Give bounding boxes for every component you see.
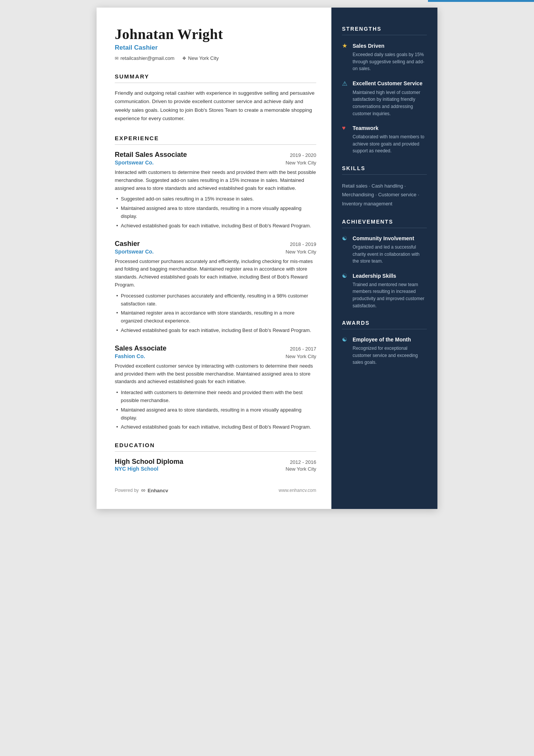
summary-section: SUMMARY Friendly and outgoing retail cas… xyxy=(115,73,316,123)
exp-company-2: Sportswear Co. xyxy=(115,249,154,255)
powered-by-text: Powered by xyxy=(115,488,139,493)
skills-divider xyxy=(342,174,427,175)
name-section: Johnatan Wright Retail Cashier xyxy=(115,26,316,52)
exp-company-1: Sportswear Co. xyxy=(115,160,154,166)
job-title: Retail Cashier xyxy=(115,44,316,52)
achievement-item-2: ☯ Leadership Skills Trained and mentored… xyxy=(342,272,427,309)
strength-desc-2: Maintained high level of customer satisf… xyxy=(342,89,427,117)
exp-entry-2: Cashier 2018 - 2019 Sportswear Co. New Y… xyxy=(115,240,316,335)
exp-company-3: Fashion Co. xyxy=(115,353,145,359)
skills-line-2: Merchandising · Customer service · xyxy=(342,192,419,197)
footer-left: Powered by ∞ Enhancv xyxy=(115,487,168,494)
experience-title: EXPERIENCE xyxy=(115,135,316,141)
strength-icon-1: ★ xyxy=(342,42,350,49)
bullet-item: Maintained assigned area to store standa… xyxy=(115,406,316,422)
strength-title-2: Excellent Customer Service xyxy=(353,80,422,86)
award-desc-1: Recognized for exceptional customer serv… xyxy=(342,345,427,366)
achievement-icon-1: ☯ xyxy=(342,235,350,242)
achievement-icon-2: ☯ xyxy=(342,272,350,279)
footer-website: www.enhancv.com xyxy=(279,488,316,493)
exp-entry-1: Retail Sales Associate 2019 - 2020 Sport… xyxy=(115,151,316,230)
exp-dates-3: 2016 - 2017 xyxy=(290,346,316,352)
bullet-item: Maintained assigned area to store standa… xyxy=(115,205,316,221)
bullet-item: Suggested add-on sales resulting in a 15… xyxy=(115,195,316,203)
education-divider xyxy=(115,451,316,452)
summary-text: Friendly and outgoing retail cashier wit… xyxy=(115,89,316,123)
exp-role-3: Sales Associate xyxy=(115,344,166,352)
edu-school-1: NYC High School xyxy=(115,466,158,472)
edu-location-1: New York City xyxy=(286,466,316,472)
bullet-item: Achieved established goals for each init… xyxy=(115,423,316,431)
experience-section: EXPERIENCE Retail Sales Associate 2019 -… xyxy=(115,135,316,431)
bullet-item: Maintained register area in accordance w… xyxy=(115,309,316,325)
resume-container: Johnatan Wright Retail Cashier ✉ retailc… xyxy=(97,8,437,509)
exp-role-1: Retail Sales Associate xyxy=(115,151,187,159)
exp-desc-2: Processed customer purchases accurately … xyxy=(115,258,316,289)
education-section: EDUCATION High School Diploma 2012 - 201… xyxy=(115,442,316,472)
skills-line-3: Inventory management xyxy=(342,201,392,207)
exp-location-1: New York City xyxy=(286,160,316,166)
exp-role-2: Cashier xyxy=(115,240,140,248)
strength-icon-2: ⚠ xyxy=(342,80,350,87)
award-title-1: Employee of the Month xyxy=(353,337,411,343)
skills-line-1: Retail sales · Cash handling · xyxy=(342,183,406,189)
exp-location-2: New York City xyxy=(286,249,316,255)
skills-text: Retail sales · Cash handling · Merchandi… xyxy=(342,182,427,208)
location-contact: ❖ New York City xyxy=(182,55,219,61)
experience-divider xyxy=(115,144,316,145)
edu-dates-1: 2012 - 2016 xyxy=(290,459,316,465)
location-icon: ❖ xyxy=(182,56,186,61)
email-icon: ✉ xyxy=(115,56,119,61)
candidate-name: Johnatan Wright xyxy=(115,26,316,42)
achievement-title-1: Community Involvement xyxy=(353,235,414,241)
strength-desc-3: Collaborated with team members to achiev… xyxy=(342,133,427,155)
bullet-item: Interacted with customers to determine t… xyxy=(115,389,316,405)
edu-entry-1: High School Diploma 2012 - 2016 NYC High… xyxy=(115,458,316,472)
email-text: retailcashier@gmail.com xyxy=(120,55,175,61)
exp-bullets-3: Interacted with customers to determine t… xyxy=(115,389,316,431)
strength-desc-1: Exceeded daily sales goals by 15% throug… xyxy=(342,51,427,72)
strength-item-2: ⚠ Excellent Customer Service Maintained … xyxy=(342,80,427,117)
exp-location-3: New York City xyxy=(286,354,316,359)
awards-title: AWARDS xyxy=(342,320,427,326)
bullet-item: Achieved established goals for each init… xyxy=(115,222,316,230)
achievement-item-1: ☯ Community Involvement Organized and le… xyxy=(342,235,427,265)
achievements-section: ACHIEVEMENTS ☯ Community Involvement Org… xyxy=(342,219,427,309)
education-title: EDUCATION xyxy=(115,442,316,448)
skills-title: SKILLS xyxy=(342,165,427,171)
left-column: Johnatan Wright Retail Cashier ✉ retailc… xyxy=(97,8,331,509)
exp-dates-2: 2018 - 2019 xyxy=(290,241,316,247)
footer: Powered by ∞ Enhancv www.enhancv.com xyxy=(115,487,316,494)
email-contact: ✉ retailcashier@gmail.com xyxy=(115,55,175,61)
strengths-section: STRENGTHS ★ Sales Driven Exceeded daily … xyxy=(342,26,427,155)
achievement-desc-2: Trained and mentored new team members re… xyxy=(342,281,427,309)
award-item-1: ☯ Employee of the Month Recognized for e… xyxy=(342,336,427,366)
edu-degree-1: High School Diploma xyxy=(115,458,183,466)
exp-bullets-1: Suggested add-on sales resulting in a 15… xyxy=(115,195,316,230)
enhancv-logo-icon: ∞ xyxy=(141,487,145,494)
strength-item-1: ★ Sales Driven Exceeded daily sales goal… xyxy=(342,42,427,72)
achievements-divider xyxy=(342,228,427,228)
achievement-desc-1: Organized and led a successful charity e… xyxy=(342,244,427,265)
strengths-title: STRENGTHS xyxy=(342,26,427,32)
strength-icon-3: ♥ xyxy=(342,125,350,131)
summary-title: SUMMARY xyxy=(115,73,316,80)
skills-section: SKILLS Retail sales · Cash handling · Me… xyxy=(342,165,427,208)
strength-item-3: ♥ Teamwork Collaborated with team member… xyxy=(342,125,427,155)
right-column: STRENGTHS ★ Sales Driven Exceeded daily … xyxy=(331,8,437,509)
achievements-title: ACHIEVEMENTS xyxy=(342,219,427,225)
strength-title-3: Teamwork xyxy=(353,125,378,131)
summary-divider xyxy=(115,83,316,83)
enhancv-brand: Enhancv xyxy=(148,488,168,493)
location-text: New York City xyxy=(188,55,219,61)
awards-divider xyxy=(342,329,427,329)
exp-dates-1: 2019 - 2020 xyxy=(290,152,316,158)
strength-title-1: Sales Driven xyxy=(353,43,384,49)
contact-row: ✉ retailcashier@gmail.com ❖ New York Cit… xyxy=(115,55,316,61)
award-icon-1: ☯ xyxy=(342,336,350,343)
bullet-item: Achieved established goals for each init… xyxy=(115,327,316,335)
achievement-title-2: Leadership Skills xyxy=(353,273,396,279)
exp-desc-3: Provided excellent customer service by i… xyxy=(115,362,316,386)
exp-bullets-2: Processed customer purchases accurately … xyxy=(115,292,316,335)
strengths-divider xyxy=(342,35,427,35)
